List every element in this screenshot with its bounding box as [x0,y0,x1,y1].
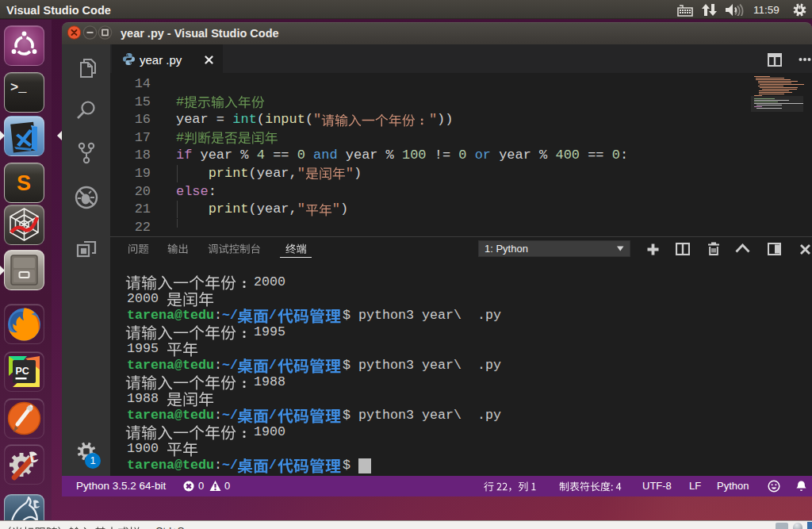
svg-text:PC: PC [16,366,29,377]
svg-text:S: S [17,171,31,195]
svg-text:>_: >_ [10,80,27,95]
